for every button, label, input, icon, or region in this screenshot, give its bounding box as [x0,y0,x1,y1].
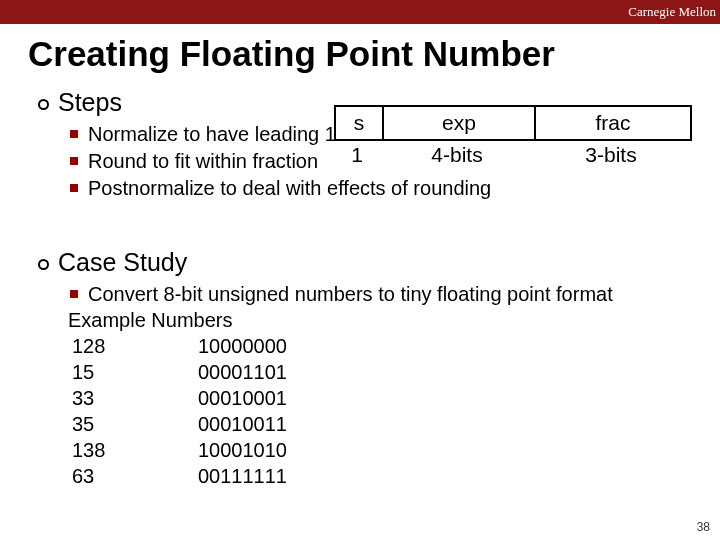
cell-exp-bits: 4-bits [380,143,534,167]
section-case-heading: Case Study [38,248,690,277]
table-row: 33 00010001 [68,385,690,411]
example-numbers-label: Example Numbers [68,307,690,333]
table-row: 35 00010011 [68,411,690,437]
page-number: 38 [697,520,710,534]
square-bullet-icon [70,290,78,298]
bin-value: 00010001 [198,385,287,411]
case-text: Convert 8-bit unsigned numbers to tiny f… [88,281,613,307]
example-numbers-table: 128 10000000 15 00001101 33 00010001 35 … [68,333,690,489]
top-bar: Carnegie Mellon [0,0,720,24]
slide-title: Creating Floating Point Number [0,24,720,82]
square-bullet-icon [70,157,78,165]
dec-value: 15 [68,359,198,385]
cell-s-bits: 1 [334,143,380,167]
step-text: Normalize to have leading 1 [88,121,336,148]
brand-label: Carnegie Mellon [628,4,716,20]
format-diagram: s exp frac 1 4-bits 3-bits [334,105,692,167]
step-text: Postnormalize to deal with effects of ro… [88,175,491,202]
cell-frac-bits: 3-bits [534,143,688,167]
format-label-row: 1 4-bits 3-bits [334,143,692,167]
dec-value: 138 [68,437,198,463]
cell-exp-header: exp [382,107,536,139]
ring-bullet-icon [38,99,49,110]
bin-value: 00001101 [198,359,287,385]
bin-value: 10000000 [198,333,287,359]
table-row: 128 10000000 [68,333,690,359]
square-bullet-icon [70,184,78,192]
table-row: 15 00001101 [68,359,690,385]
table-row: 63 00111111 [68,463,690,489]
step-text: Round to fit within fraction [88,148,318,175]
square-bullet-icon [70,130,78,138]
bin-value: 00111111 [198,463,287,489]
bin-value: 10001010 [198,437,287,463]
section-steps-title: Steps [58,88,122,117]
dec-value: 35 [68,411,198,437]
list-item: Convert 8-bit unsigned numbers to tiny f… [70,281,690,307]
list-item: Postnormalize to deal with effects of ro… [70,175,491,202]
dec-value: 63 [68,463,198,489]
cell-s-header: s [336,107,382,139]
bin-value: 00010011 [198,411,287,437]
format-header-row: s exp frac [334,105,692,141]
cell-frac-header: frac [536,107,690,139]
dec-value: 33 [68,385,198,411]
table-row: 138 10001010 [68,437,690,463]
ring-bullet-icon [38,259,49,270]
section-case-title: Case Study [58,248,187,277]
dec-value: 128 [68,333,198,359]
